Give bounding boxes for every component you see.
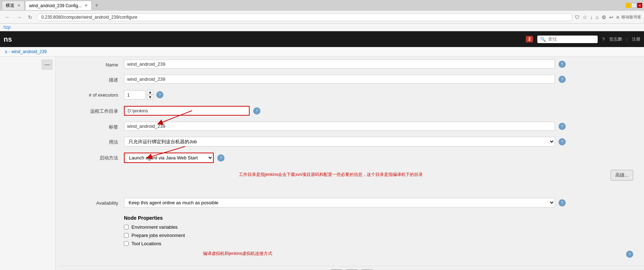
checkbox-env-input[interactable] — [124, 225, 129, 229]
shield-icon: 🛡 — [575, 14, 580, 20]
checkbox-env: Environment variables — [59, 223, 644, 231]
search-input[interactable] — [548, 37, 595, 42]
node-props-title: Node Properties — [59, 211, 644, 223]
checkbox-prepare-label: Prepare jobs environment — [131, 233, 185, 238]
sidebar-toggle[interactable]: — — [42, 60, 52, 70]
help-icon[interactable]: ? — [602, 37, 604, 42]
annotation-text-2: 编译虚拟机和jenkins虚拟机连接方式 — [203, 251, 272, 257]
bookmark-hzp[interactable]: hzp — [4, 25, 10, 30]
configuration-form: Name ? 描述 ? # of executors — [59, 57, 644, 270]
help-description[interactable]: ? — [559, 76, 566, 83]
settings-icon[interactable]: ⚙ — [602, 14, 606, 20]
checkbox-tool-label: Tool Locations — [131, 241, 161, 246]
advanced-button[interactable]: 高级... — [611, 170, 633, 181]
checkbox-env-label: Environment variables — [131, 224, 178, 230]
home-icon[interactable]: ⌂ — [596, 14, 598, 20]
executor-increment[interactable]: ▲ — [147, 90, 153, 95]
search-box: 🔍 — [537, 36, 598, 43]
breadcrumb: s › wind_android_239 — [0, 47, 644, 57]
checkbox-tool-input[interactable] — [124, 241, 129, 246]
label-remote-dir: 远程工作目录 — [59, 106, 124, 115]
label-launch: 启动方法 — [59, 153, 124, 161]
label-description: 描述 — [59, 75, 124, 83]
back-button[interactable]: ← — [3, 14, 12, 21]
tab-横道[interactable]: 横道 ✕ — [2, 1, 24, 10]
form-row-launch: 启动方法 Launch agent via Java Web Start ? — [59, 150, 644, 166]
checkbox-tool: Tool Locations — [59, 239, 644, 248]
input-name[interactable] — [124, 60, 555, 69]
forward-button[interactable]: → — [14, 14, 24, 21]
form-row-remote-dir: 远程工作目录 ? — [59, 103, 644, 119]
notification-badge[interactable]: 2 — [526, 36, 533, 42]
input-labels[interactable] — [124, 122, 555, 131]
label-executors: # of executors — [59, 90, 124, 98]
download-icon[interactable]: ↓ — [590, 14, 593, 20]
select-usage[interactable]: 只允许运行绑定到这台机器的Job — [124, 137, 555, 146]
minimize-button[interactable] — [626, 3, 631, 8]
bottom-toolbar: ⊞ ▣ ⊟ — [59, 266, 644, 270]
help-labels[interactable]: ? — [559, 123, 566, 130]
breadcrumb-root[interactable]: s — [5, 49, 7, 54]
label-availability: Availability — [59, 198, 124, 206]
breadcrumb-node[interactable]: wind_android_239 — [11, 49, 47, 54]
back-arrow-icon[interactable]: ↩ — [609, 14, 613, 20]
help-remote-dir[interactable]: ? — [253, 107, 260, 115]
menu-icon[interactable]: ≡ — [616, 14, 619, 20]
select-launch[interactable]: Launch agent via Java Web Start — [124, 153, 214, 163]
address-bar[interactable] — [37, 13, 573, 21]
checkbox-prepare-input[interactable] — [124, 233, 129, 238]
help-name[interactable]: ? — [559, 61, 566, 68]
help-executors[interactable]: ? — [156, 91, 163, 98]
mobile-bookmark: 移动版书签 — [621, 14, 641, 20]
form-row-usage: 用法 只允许运行绑定到这台机器的Job ? — [59, 134, 644, 150]
help-node-props[interactable]: ? — [626, 251, 633, 258]
label-labels: 标签 — [59, 122, 124, 130]
executor-decrement[interactable]: ▼ — [147, 95, 153, 100]
form-row-availability: Availability Keep this agent online as m… — [59, 195, 644, 211]
tab-close-0[interactable]: ✕ — [17, 3, 20, 8]
input-executors[interactable] — [124, 90, 145, 99]
refresh-button[interactable]: ↻ — [26, 14, 34, 21]
label-usage: 用法 — [59, 137, 124, 145]
form-row-executors: # of executors ▲ ▼ ? — [59, 87, 644, 103]
jenkins-logo: ns — [4, 35, 19, 43]
form-row-labels: 标签 ? — [59, 119, 644, 134]
checkbox-prepare: Prepare jobs environment — [59, 231, 644, 239]
search-icon: 🔍 — [540, 37, 546, 42]
select-availability[interactable]: Keep this agent online as much as possib… — [124, 198, 555, 208]
new-tab-button[interactable]: + — [92, 1, 101, 10]
user-link[interactable]: 贺志鹏 — [609, 36, 622, 42]
help-availability[interactable]: ? — [559, 199, 566, 206]
tab-label-active: wind_android_239 Config... — [29, 3, 82, 8]
star-icon[interactable]: ☆ — [583, 14, 587, 20]
form-row-description: 描述 ? — [59, 72, 644, 87]
input-remote-dir[interactable] — [124, 106, 250, 116]
label-name: Name — [59, 60, 124, 68]
help-launch[interactable]: ? — [217, 154, 224, 162]
register-link[interactable]: 注册 — [632, 36, 640, 42]
tab-config[interactable]: wind_android_239 Config... ✕ — [25, 1, 92, 10]
close-button[interactable]: ✕ — [637, 3, 642, 8]
annotation-text-1: 工作目录是指jenkins会去下载svn项目源码和配置一些必要的信息，这个目录是… — [239, 172, 423, 178]
input-description[interactable] — [124, 75, 555, 84]
tab-label: 横道 — [6, 3, 14, 9]
tab-close-1[interactable]: ✕ — [84, 3, 88, 8]
help-usage[interactable]: ? — [559, 138, 566, 145]
restore-button[interactable] — [631, 3, 636, 8]
form-row-name: Name ? — [59, 57, 644, 72]
